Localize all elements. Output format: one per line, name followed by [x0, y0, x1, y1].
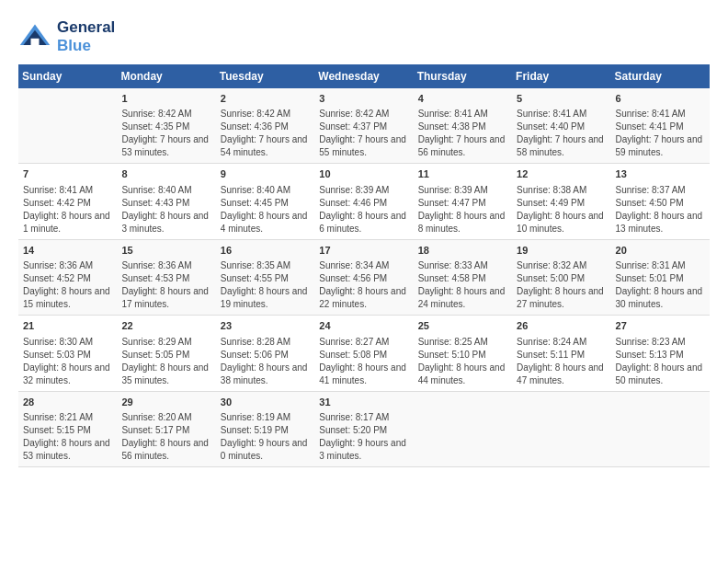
sunrise-info: Sunrise: 8:17 AM	[319, 412, 389, 422]
sunrise-info: Sunrise: 8:20 AM	[121, 412, 191, 422]
day-number: 24	[319, 319, 408, 333]
day-number: 6	[616, 92, 705, 106]
sunset-info: Sunset: 4:40 PM	[517, 121, 585, 132]
daylight-info: Daylight: 9 hours and 0 minutes.	[221, 438, 308, 461]
calendar-cell: 1Sunrise: 8:42 AMSunset: 4:35 PMDaylight…	[117, 88, 215, 164]
day-number: 13	[616, 167, 705, 181]
sunset-info: Sunset: 4:45 PM	[221, 198, 289, 208]
calendar-cell: 25Sunrise: 8:25 AMSunset: 5:10 PMDayligh…	[414, 316, 512, 391]
sunrise-info: Sunrise: 8:42 AM	[221, 109, 290, 119]
sunset-info: Sunset: 5:03 PM	[23, 350, 91, 360]
sunrise-info: Sunrise: 8:40 AM	[121, 185, 191, 195]
sunset-info: Sunset: 5:15 PM	[23, 425, 91, 435]
daylight-info: Daylight: 8 hours and 38 minutes.	[221, 362, 308, 385]
calendar-cell: 14Sunrise: 8:36 AMSunset: 4:52 PMDayligh…	[18, 239, 117, 315]
sunset-info: Sunset: 4:36 PM	[221, 121, 289, 132]
calendar-cell: 26Sunrise: 8:24 AMSunset: 5:11 PMDayligh…	[512, 316, 610, 391]
sunset-info: Sunset: 4:37 PM	[319, 121, 387, 132]
sunrise-info: Sunrise: 8:24 AM	[517, 337, 586, 347]
calendar-cell: 15Sunrise: 8:36 AMSunset: 4:53 PMDayligh…	[117, 239, 215, 315]
calendar-cell: 10Sunrise: 8:39 AMSunset: 4:46 PMDayligh…	[314, 164, 413, 239]
daylight-info: Daylight: 8 hours and 4 minutes.	[221, 211, 308, 234]
daylight-info: Daylight: 8 hours and 22 minutes.	[319, 286, 406, 309]
day-number: 30	[221, 396, 310, 409]
sunrise-info: Sunrise: 8:33 AM	[418, 260, 488, 270]
sunrise-info: Sunrise: 8:25 AM	[418, 337, 488, 347]
day-number: 1	[121, 92, 210, 106]
weekday-header-thursday: Thursday	[414, 64, 512, 88]
calendar-cell: 7Sunrise: 8:41 AMSunset: 4:42 PMDaylight…	[18, 164, 117, 239]
day-number: 11	[418, 167, 507, 181]
calendar-cell: 17Sunrise: 8:34 AMSunset: 4:56 PMDayligh…	[314, 239, 413, 315]
calendar-cell	[414, 391, 512, 466]
logo: General Blue	[18, 18, 115, 55]
sunset-info: Sunset: 4:55 PM	[221, 273, 289, 283]
calendar-cell	[18, 88, 117, 164]
calendar-cell: 27Sunrise: 8:23 AMSunset: 5:13 PMDayligh…	[611, 316, 710, 391]
sunset-info: Sunset: 5:19 PM	[221, 425, 289, 435]
daylight-info: Daylight: 8 hours and 17 minutes.	[121, 286, 209, 309]
daylight-info: Daylight: 7 hours and 59 minutes.	[616, 134, 703, 157]
daylight-info: Daylight: 8 hours and 3 minutes.	[121, 211, 209, 234]
day-number: 21	[23, 319, 112, 333]
sunset-info: Sunset: 4:42 PM	[23, 198, 91, 208]
sunrise-info: Sunrise: 8:27 AM	[319, 337, 389, 347]
sunrise-info: Sunrise: 8:41 AM	[418, 109, 488, 119]
sunset-info: Sunset: 5:01 PM	[616, 273, 684, 283]
sunrise-info: Sunrise: 8:23 AM	[616, 337, 686, 347]
daylight-info: Daylight: 8 hours and 53 minutes.	[23, 438, 110, 461]
sunrise-info: Sunrise: 8:41 AM	[616, 109, 686, 119]
calendar-cell: 3Sunrise: 8:42 AMSunset: 4:37 PMDaylight…	[314, 88, 413, 164]
calendar-cell: 23Sunrise: 8:28 AMSunset: 5:06 PMDayligh…	[216, 316, 314, 391]
day-number: 9	[221, 167, 310, 181]
day-number: 26	[517, 319, 606, 333]
sunset-info: Sunset: 4:47 PM	[418, 198, 486, 208]
sunset-info: Sunset: 4:56 PM	[319, 273, 387, 283]
calendar-cell: 9Sunrise: 8:40 AMSunset: 4:45 PMDaylight…	[216, 164, 314, 239]
daylight-info: Daylight: 8 hours and 35 minutes.	[121, 362, 209, 385]
daylight-info: Daylight: 8 hours and 13 minutes.	[616, 211, 703, 234]
daylight-info: Daylight: 7 hours and 58 minutes.	[517, 134, 604, 157]
sunset-info: Sunset: 4:35 PM	[121, 121, 189, 132]
day-number: 8	[121, 167, 210, 181]
weekday-header-tuesday: Tuesday	[216, 64, 314, 88]
day-number: 31	[319, 396, 408, 409]
daylight-info: Daylight: 7 hours and 56 minutes.	[418, 134, 506, 157]
calendar-cell: 2Sunrise: 8:42 AMSunset: 4:36 PMDaylight…	[216, 88, 314, 164]
day-number: 14	[23, 244, 112, 258]
sunset-info: Sunset: 5:06 PM	[221, 350, 289, 360]
day-number: 7	[23, 167, 112, 181]
day-number: 28	[23, 396, 112, 409]
calendar-cell: 11Sunrise: 8:39 AMSunset: 4:47 PMDayligh…	[414, 164, 512, 239]
day-number: 2	[221, 92, 310, 106]
sunset-info: Sunset: 5:08 PM	[319, 350, 387, 360]
calendar-cell: 20Sunrise: 8:31 AMSunset: 5:01 PMDayligh…	[611, 239, 710, 315]
daylight-info: Daylight: 8 hours and 56 minutes.	[121, 438, 209, 461]
calendar-cell: 8Sunrise: 8:40 AMSunset: 4:43 PMDaylight…	[117, 164, 215, 239]
sunrise-info: Sunrise: 8:29 AM	[121, 337, 191, 347]
svg-rect-2	[31, 39, 40, 45]
daylight-info: Daylight: 7 hours and 54 minutes.	[221, 134, 308, 157]
sunset-info: Sunset: 5:00 PM	[517, 273, 585, 283]
sunset-info: Sunset: 4:46 PM	[319, 198, 387, 208]
calendar-cell: 24Sunrise: 8:27 AMSunset: 5:08 PMDayligh…	[314, 316, 413, 391]
daylight-info: Daylight: 8 hours and 10 minutes.	[517, 211, 604, 234]
day-number: 3	[319, 92, 408, 106]
sunset-info: Sunset: 4:50 PM	[616, 198, 684, 208]
daylight-info: Daylight: 8 hours and 1 minute.	[23, 211, 110, 234]
sunrise-info: Sunrise: 8:28 AM	[221, 337, 290, 347]
calendar-cell: 21Sunrise: 8:30 AMSunset: 5:03 PMDayligh…	[18, 316, 117, 391]
weekday-header-friday: Friday	[512, 64, 610, 88]
sunrise-info: Sunrise: 8:19 AM	[221, 412, 290, 422]
weekday-header-saturday: Saturday	[611, 64, 710, 88]
daylight-info: Daylight: 8 hours and 8 minutes.	[418, 211, 506, 234]
day-number: 4	[418, 92, 507, 106]
calendar-cell: 31Sunrise: 8:17 AMSunset: 5:20 PMDayligh…	[314, 391, 413, 466]
sunrise-info: Sunrise: 8:30 AM	[23, 337, 93, 347]
day-number: 15	[121, 244, 210, 258]
sunrise-info: Sunrise: 8:41 AM	[23, 185, 93, 195]
weekday-header-monday: Monday	[117, 64, 215, 88]
daylight-info: Daylight: 7 hours and 53 minutes.	[121, 134, 209, 157]
daylight-info: Daylight: 9 hours and 3 minutes.	[319, 438, 406, 461]
calendar-cell	[611, 391, 710, 466]
